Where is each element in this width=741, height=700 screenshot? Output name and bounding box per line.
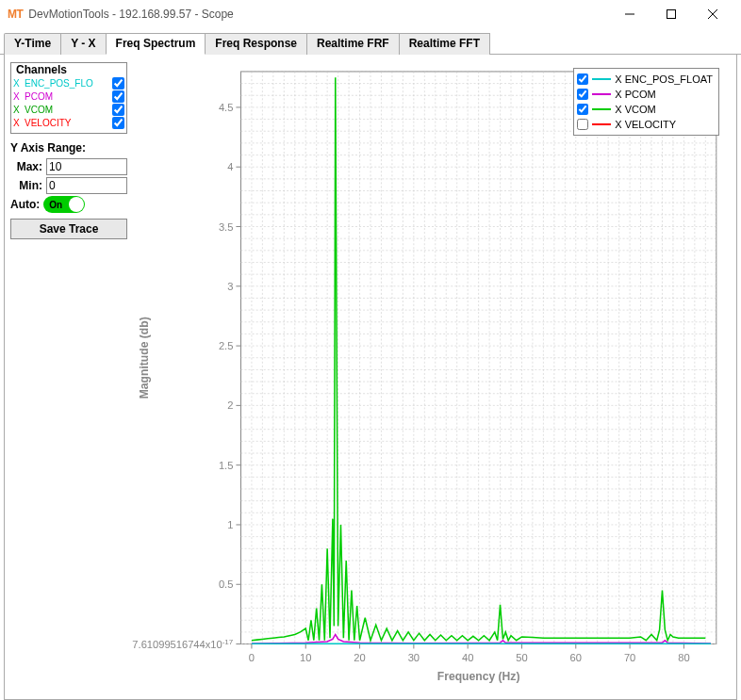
legend-label: X VCOM (615, 104, 655, 115)
save-trace-button[interactable]: Save Trace (10, 219, 127, 239)
channel-label: PCOM (25, 91, 112, 102)
svg-text:80: 80 (678, 652, 689, 663)
chart[interactable]: 010203040506070800.511.522.533.544.57.61… (131, 58, 733, 695)
svg-text:Magnitude (db): Magnitude (db) (138, 317, 151, 399)
legend-checkbox-1[interactable] (577, 89, 588, 100)
svg-text:3.5: 3.5 (219, 221, 233, 233)
channel-checkbox-1[interactable] (112, 90, 124, 103)
svg-text:7.61099516744x10-17: 7.61099516744x10-17 (132, 637, 233, 650)
channel-label: ENC_POS_FLO (25, 78, 112, 89)
channel-x-icon: X (13, 118, 25, 128)
svg-text:70: 70 (624, 652, 635, 663)
sidebar: Channels XENC_POS_FLOXPCOMXVCOMXVELOCITY… (8, 58, 131, 695)
legend-row-3: X VELOCITY (577, 117, 713, 132)
channel-row-1: XPCOM (11, 90, 126, 103)
channel-x-icon: X (13, 78, 25, 89)
tab-realtime-fft[interactable]: Realtime FFT (399, 33, 490, 55)
app-icon: MT (8, 8, 23, 21)
tab-bar: Y-TimeY - XFreq SpectrumFreq ResponseRea… (0, 28, 741, 55)
svg-text:30: 30 (408, 652, 420, 663)
max-label: Max: (10, 160, 42, 173)
channel-checkbox-2[interactable] (112, 104, 124, 116)
legend-swatch (592, 78, 611, 80)
tab-y-x[interactable]: Y - X (60, 33, 106, 55)
legend-label: X PCOM (615, 89, 655, 100)
legend-row-1: X PCOM (577, 87, 713, 102)
svg-text:0: 0 (249, 652, 255, 663)
window-title: DevMotionTools - 192.168.99.57 - Scope (28, 8, 609, 21)
channel-checkbox-0[interactable] (112, 77, 124, 90)
channel-label: VCOM (25, 105, 112, 115)
tab-freq-response[interactable]: Freq Response (205, 33, 307, 55)
legend-label: X ENC_POS_FLOAT (615, 73, 713, 85)
content-area: Channels XENC_POS_FLOXPCOMXVCOMXVELOCITY… (4, 55, 737, 700)
maximize-button[interactable] (650, 0, 692, 28)
auto-toggle[interactable]: On (43, 196, 85, 213)
svg-text:Frequency (Hz): Frequency (Hz) (437, 670, 520, 683)
legend-swatch (592, 108, 611, 110)
svg-text:4.5: 4.5 (219, 102, 233, 113)
svg-text:2.5: 2.5 (219, 340, 233, 351)
svg-text:50: 50 (516, 652, 527, 663)
svg-text:20: 20 (354, 652, 365, 663)
legend-checkbox-0[interactable] (577, 73, 588, 85)
legend-swatch (592, 93, 611, 95)
min-label: Min: (10, 179, 42, 192)
svg-rect-1 (667, 10, 676, 19)
channel-row-2: XVCOM (11, 103, 126, 116)
close-button[interactable] (692, 0, 733, 28)
svg-text:60: 60 (570, 652, 582, 663)
toggle-knob (69, 197, 84, 212)
legend-row-0: X ENC_POS_FLOAT (577, 72, 713, 87)
channel-x-icon: X (13, 91, 25, 102)
channels-title: Channels (13, 63, 70, 76)
channel-row-3: XVELOCITY (11, 116, 126, 129)
svg-text:10: 10 (300, 652, 311, 663)
svg-text:0.5: 0.5 (219, 578, 233, 590)
svg-text:2: 2 (227, 399, 233, 411)
svg-text:1: 1 (227, 519, 233, 530)
legend-checkbox-3[interactable] (577, 119, 588, 130)
svg-text:40: 40 (462, 652, 473, 663)
channel-x-icon: X (13, 105, 25, 115)
legend-checkbox-2[interactable] (577, 104, 588, 115)
legend-swatch (592, 123, 611, 125)
channels-panel: Channels XENC_POS_FLOXPCOMXVCOMXVELOCITY (10, 62, 127, 134)
max-input[interactable] (46, 158, 127, 175)
tab-freq-spectrum[interactable]: Freq Spectrum (106, 33, 206, 55)
channel-checkbox-3[interactable] (112, 117, 124, 129)
min-input[interactable] (46, 177, 127, 194)
auto-toggle-state: On (49, 200, 62, 210)
legend: X ENC_POS_FLOATX PCOMX VCOMX VELOCITY (573, 68, 719, 136)
tab-y-time[interactable]: Y-Time (4, 33, 61, 55)
channel-row-0: XENC_POS_FLO (11, 76, 126, 90)
svg-text:4: 4 (227, 161, 233, 172)
svg-text:3: 3 (227, 281, 233, 292)
tab-realtime-frf[interactable]: Realtime FRF (306, 33, 400, 55)
legend-label: X VELOCITY (615, 119, 676, 130)
legend-row-2: X VCOM (577, 102, 713, 117)
auto-label: Auto: (10, 198, 40, 211)
channel-label: VELOCITY (25, 118, 112, 128)
y-range-title: Y Axis Range: (10, 141, 127, 155)
chart-area[interactable]: 010203040506070800.511.522.533.544.57.61… (131, 58, 733, 695)
svg-text:1.5: 1.5 (219, 460, 233, 471)
minimize-button[interactable] (609, 0, 650, 28)
titlebar: MT DevMotionTools - 192.168.99.57 - Scop… (0, 0, 741, 28)
